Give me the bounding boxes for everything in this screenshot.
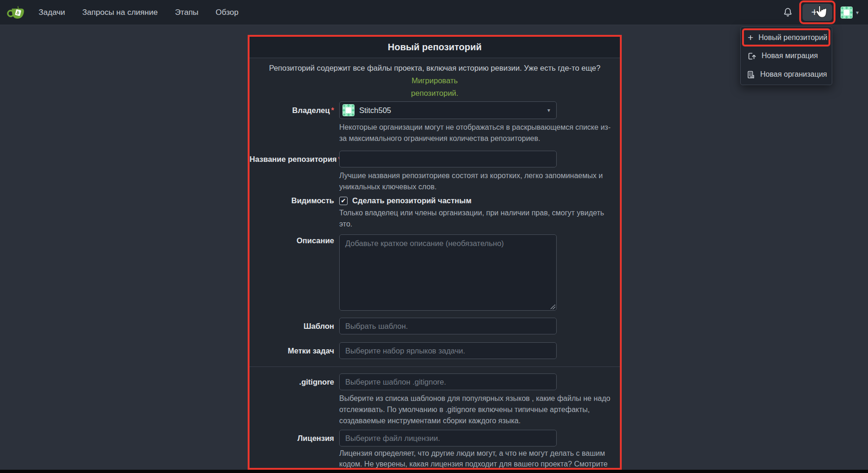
checkmark-icon: ✔ [341,198,346,204]
field-issue-labels: Метки задач [250,342,620,359]
form-intro-text: Репозиторий содержит все файлы проекта, … [250,58,620,101]
template-input[interactable] [339,318,557,334]
user-menu-button[interactable]: ▾ [841,7,859,19]
create-dropdown-menu: + Новый репозиторий Новая миграция [740,27,832,85]
plus-icon: + [748,33,753,42]
annotation-box-create-button: + ▾ [799,0,835,24]
license-help-text: Лицензия определяет, что другие люди мог… [339,448,615,470]
user-avatar [841,7,853,19]
field-license: Лицензия Лицензия определяет, что другие… [250,430,620,470]
menu-item-label: Новая организация [760,70,827,79]
nav-link-issues[interactable]: Задачи [39,8,65,17]
field-repo-name: Название репозитория* Лучшие названия ре… [250,151,620,193]
repo-name-help-text: Лучшие названия репозиториев состоят из … [339,170,615,193]
chevron-down-icon: ▾ [821,9,824,15]
plus-icon: + [811,7,818,18]
required-asterisk: * [331,106,334,114]
nav-link-pull-requests[interactable]: Запросы на слияние [82,8,158,17]
visibility-label: Видимость [250,196,339,230]
owner-label: Владелец* [250,101,339,144]
field-owner: Владелец* [250,101,620,144]
owner-avatar [342,104,355,116]
private-repo-checkbox-label[interactable]: Сделать репозиторий частным [352,196,472,205]
create-new-button[interactable]: + ▾ [802,4,832,21]
gitea-logo-icon[interactable]: b [7,4,26,21]
field-template: Шаблон [250,318,620,334]
main-nav-links: Задачи Запросы на слияние Этапы Обзор [39,8,238,17]
menu-item-label: Новая миграция [762,52,818,60]
owner-help-text: Некоторые организации могут не отображат… [339,122,615,144]
issue-labels-input[interactable] [339,342,557,359]
new-repository-form-panel: Новый репозиторий Репозиторий содержит в… [248,35,622,470]
form-fields: Владелец* [250,101,620,470]
annotation-box-new-repository-item: + Новый репозиторий [742,28,830,47]
menu-item-new-repository[interactable]: + Новый репозиторий [744,30,829,45]
license-input[interactable] [339,430,557,446]
nav-link-milestones[interactable]: Этапы [175,8,198,17]
intro-text: Репозиторий содержит все файлы проекта, … [269,64,600,72]
owner-select[interactable]: Stitch505 ▾ [339,101,557,119]
template-label: Шаблон [250,318,339,334]
gitignore-input[interactable] [339,373,557,390]
private-repo-checkbox[interactable]: ✔ [339,197,348,205]
issue-labels-label: Метки задач [250,342,339,359]
top-navbar: b Задачи Запросы на слияние Этапы Обзор … [0,0,868,25]
bottom-black-bar [0,470,868,473]
menu-item-new-organization[interactable]: Новая организация [741,65,832,84]
field-description: Описание [250,234,620,311]
menu-item-new-migration[interactable]: Новая миграция [741,47,832,65]
license-label: Лицензия [250,430,339,470]
description-textarea[interactable] [339,234,557,311]
organization-icon [746,70,755,79]
field-gitignore: .gitignore Выберите из списка шаблонов д… [250,373,620,426]
visibility-help-text: Только владелец или члены организации, п… [339,207,615,230]
section-divider [250,366,620,367]
owner-value: Stitch505 [359,106,547,115]
repo-name-label: Название репозитория* [250,151,339,193]
migration-icon [746,52,756,60]
page-title: Новый репозиторий [388,42,481,53]
chevron-down-icon: ▾ [547,107,550,113]
navbar-right-cluster: + ▾ ▾ [782,0,868,24]
nav-link-explore[interactable]: Обзор [216,8,238,17]
notifications-bell-icon[interactable] [782,7,794,19]
chevron-down-icon: ▾ [856,9,859,16]
migrate-repository-link[interactable]: Мигрироватьрепозиторий. [411,76,459,97]
gitignore-label: .gitignore [250,373,339,426]
menu-item-label: Новый репозиторий [758,33,827,42]
gitignore-help-text: Выберите из списка шаблонов для популярн… [339,393,615,426]
form-header: Новый репозиторий [250,37,620,58]
field-visibility: Видимость ✔ Сделать репозиторий частным … [250,196,620,230]
description-label: Описание [250,234,339,311]
repo-name-input[interactable] [339,151,557,167]
